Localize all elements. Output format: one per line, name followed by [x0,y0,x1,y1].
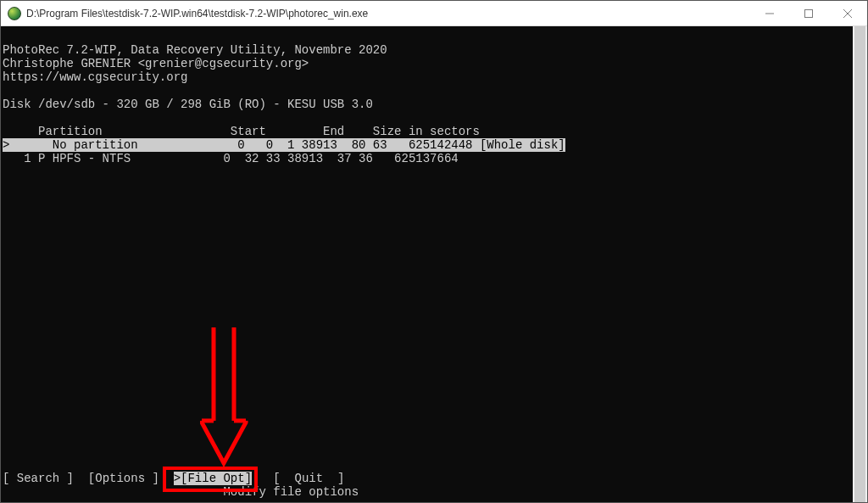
titlebar[interactable]: D:\Program Files\testdisk-7.2-WIP.win64\… [1,1,867,26]
scrollbar-thumb[interactable] [854,26,865,502]
window-controls [750,1,867,25]
minimize-button[interactable] [750,1,789,25]
menu-file-opt[interactable]: [File Opt] [181,472,252,485]
menu-file-opt-prefix: > [174,472,181,485]
menu-search[interactable]: [ Search ] [3,472,74,485]
close-button[interactable] [828,1,867,25]
minimize-icon [765,9,774,18]
disk-info: Disk /dev/sdb - 320 GB / 298 GiB (RO) - … [3,98,373,111]
svg-rect-1 [805,9,813,17]
table-header: Partition Start End Size in sectors [3,125,480,138]
close-icon [843,9,852,18]
vertical-scrollbar[interactable] [853,26,867,502]
app-window: D:\Program Files\testdisk-7.2-WIP.win64\… [0,0,868,503]
header-line-3: https://www.cgsecurity.org [3,70,187,84]
app-icon [8,7,21,20]
status-text: Modify file options [3,485,853,499]
annotation-arrow-icon [200,327,251,480]
partition-row[interactable]: 1 P HPFS - NTFS 0 32 33 38913 37 36 6251… [3,152,459,165]
header-line-2: Christophe GRENIER <grenier@cgsecurity.o… [3,57,309,70]
maximize-button[interactable] [789,1,828,25]
maximize-icon [804,9,813,18]
partition-row-selected[interactable]: > No partition 0 0 1 38913 80 63 6251424… [3,138,565,152]
terminal-container: PhotoRec 7.2-WIP, Data Recovery Utility,… [1,26,867,502]
menu-quit[interactable]: [ Quit ] [273,472,344,485]
terminal[interactable]: PhotoRec 7.2-WIP, Data Recovery Utility,… [1,26,853,502]
window-title: D:\Program Files\testdisk-7.2-WIP.win64\… [26,8,750,20]
menu-bar: [ Search ] [Options ] >[File Opt] [ Quit… [3,472,344,485]
header-line-1: PhotoRec 7.2-WIP, Data Recovery Utility,… [3,43,387,57]
menu-options[interactable]: [Options ] [88,472,159,485]
